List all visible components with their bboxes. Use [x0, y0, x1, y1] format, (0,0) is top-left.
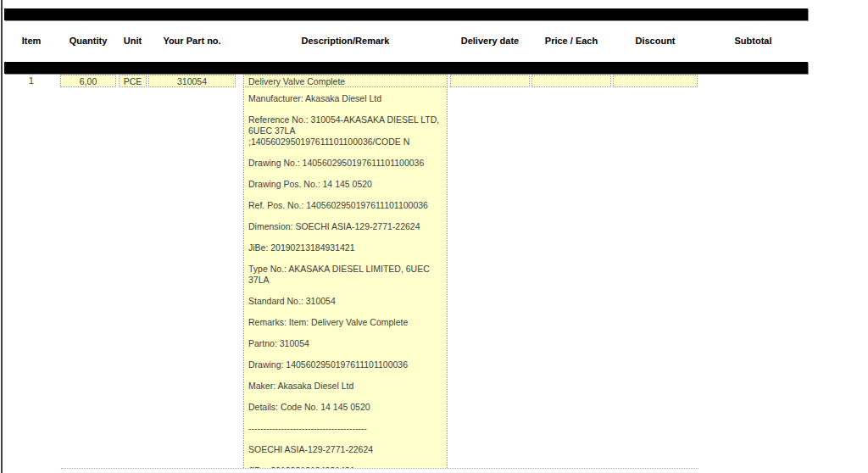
description-line: Standard No.: 310054 [248, 296, 443, 307]
description-line: Drawing: 1405602950197611101100036 [248, 359, 443, 370]
description-line: Dimension: SOECHI ASIA-129-2771-22624 [248, 221, 443, 232]
next-row-top-border [61, 468, 698, 469]
page-left-border [1, 0, 3, 473]
quantity-field[interactable]: 6,00 [60, 75, 116, 87]
column-header-description: Description/Remark [243, 32, 448, 49]
description-line: Reference No.: 310054-AKASAKA DIESEL LTD… [248, 114, 443, 147]
description-line: Drawing Pos. No.: 14 145 0520 [248, 179, 443, 190]
description-remark-field[interactable]: Manufacturer: Akasaka Diesel Ltd Referen… [243, 87, 448, 468]
description-line: SOECHI ASIA-129-2771-22624 [248, 444, 443, 455]
column-header-unit: Unit [119, 32, 147, 49]
price-each-field[interactable] [531, 75, 611, 87]
top-divider-bar [4, 8, 808, 20]
part-no-field[interactable]: 310054 [148, 75, 236, 87]
discount-field[interactable] [613, 75, 698, 87]
description-line: Drawing No.: 1405602950197611101100036 [248, 158, 443, 169]
order-line-items-page: Item Quantity Unit Your Part no. Descrip… [0, 0, 868, 473]
delivery-date-field[interactable] [450, 75, 530, 87]
header-divider-bar [4, 62, 808, 74]
description-line: Partno: 310054 [248, 338, 443, 349]
column-header-quantity: Quantity [60, 32, 116, 49]
description-line: JiBe: 20190213184931421 [248, 242, 443, 253]
description-line: Remarks: Item: Delivery Valve Complete [248, 317, 443, 328]
column-header-subtotal: Subtotal [698, 32, 808, 49]
column-header-item: Item [3, 32, 59, 49]
description-title-field[interactable]: Delivery Valve Complete [243, 75, 448, 87]
item-number-cell: 1 [3, 75, 59, 87]
column-header-discount: Discount [613, 32, 698, 49]
description-line-separator: ---------------------------------------- [248, 423, 443, 434]
column-header-part-no: Your Part no. [148, 32, 236, 49]
column-header-price-each: Price / Each [531, 32, 611, 49]
description-line: Maker: Akasaka Diesel Ltd [248, 381, 443, 392]
unit-field[interactable]: PCE [119, 75, 147, 87]
description-line: Ref. Pos. No.: 1405602950197611101100036 [248, 200, 443, 211]
description-line: Details: Code No. 14 145 0520 [248, 402, 443, 413]
description-line: Type No.: AKASAKA DIESEL LIMITED, 6UEC 3… [248, 264, 443, 286]
column-header-delivery-date: Delivery date [450, 32, 530, 49]
description-line: Manufacturer: Akasaka Diesel Ltd [248, 93, 443, 104]
